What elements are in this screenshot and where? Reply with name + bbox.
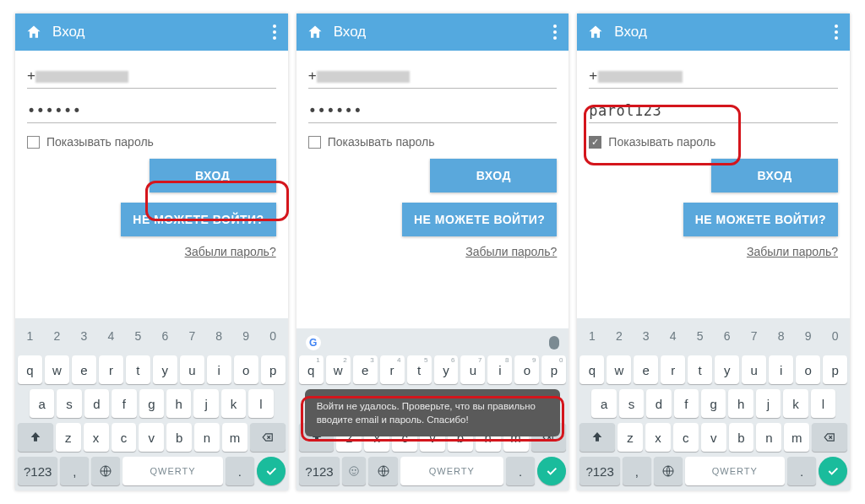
key-QWERTY[interactable]: QWERTY	[122, 457, 223, 485]
login-button[interactable]: ВХОД	[150, 159, 276, 192]
key-4[interactable]: 4	[99, 322, 123, 350]
password-field[interactable]: ••••••	[27, 97, 276, 123]
key-2[interactable]: 2	[607, 322, 631, 350]
key-b[interactable]: b	[729, 423, 754, 452]
key-n[interactable]: n	[194, 423, 220, 452]
key-shift[interactable]	[18, 423, 53, 452]
phone-field[interactable]: +xxxxxxxxxx	[308, 62, 558, 89]
key-p[interactable]: p	[261, 355, 286, 384]
key-0[interactable]: 0	[261, 322, 286, 350]
key-3[interactable]: 3	[72, 322, 96, 350]
key-m[interactable]: m	[222, 423, 248, 452]
key-l[interactable]: l	[811, 389, 835, 418]
cant-login-button[interactable]: НЕ МОЖЕТЕ ВОЙТИ?	[683, 203, 838, 236]
key-enter[interactable]	[257, 457, 286, 485]
key-r[interactable]: r	[380, 355, 405, 384]
key-i[interactable]: i	[769, 355, 793, 384]
key-globe[interactable]	[91, 457, 120, 485]
key-o[interactable]: o	[234, 355, 258, 384]
key-l[interactable]: l	[248, 389, 273, 418]
key-emoji[interactable]	[342, 457, 366, 485]
key-w[interactable]: w	[607, 355, 631, 384]
key-a[interactable]: a	[591, 389, 616, 418]
key-o[interactable]: o	[796, 355, 820, 384]
key-QWERTY[interactable]: QWERTY	[400, 457, 503, 485]
key-0[interactable]: 0	[823, 322, 847, 350]
key-1[interactable]: 1	[18, 322, 42, 350]
key-s[interactable]: s	[619, 389, 644, 418]
key-w[interactable]: w	[326, 355, 351, 384]
show-password-checkbox[interactable]: Показывать пароль	[27, 135, 276, 149]
key-y[interactable]: y	[153, 355, 177, 384]
key-x[interactable]: x	[84, 423, 109, 452]
key-enter[interactable]	[537, 457, 566, 485]
overflow-menu-icon[interactable]	[271, 19, 278, 45]
overflow-menu-icon[interactable]	[552, 19, 558, 45]
key-y[interactable]: y	[434, 355, 459, 384]
key-9[interactable]: 9	[796, 322, 820, 350]
key-u[interactable]: u	[742, 355, 766, 384]
key-.[interactable]: .	[506, 457, 536, 485]
key-x[interactable]: x	[645, 423, 671, 452]
key-v[interactable]: v	[139, 423, 164, 452]
key-b[interactable]: b	[166, 423, 192, 452]
key-a[interactable]: a	[30, 389, 54, 418]
key-v[interactable]: v	[701, 423, 726, 452]
key-i[interactable]: i	[487, 355, 512, 384]
key-1[interactable]: 1	[579, 322, 604, 350]
key-e[interactable]: e	[634, 355, 658, 384]
key-k[interactable]: k	[221, 389, 246, 418]
login-button[interactable]: ВХОД	[711, 159, 838, 192]
cant-login-button[interactable]: НЕ МОЖЕТЕ ВОЙТИ?	[402, 203, 557, 236]
key-s[interactable]: s	[57, 389, 81, 418]
key-j[interactable]: j	[756, 389, 781, 418]
key-g[interactable]: g	[139, 389, 164, 418]
key-.[interactable]: .	[226, 457, 254, 485]
key-enter[interactable]	[819, 457, 847, 485]
key-5[interactable]: 5	[688, 322, 712, 350]
key-h[interactable]: h	[728, 389, 753, 418]
key-p[interactable]: p	[541, 355, 566, 384]
key-shift[interactable]	[579, 423, 615, 452]
key-c[interactable]: c	[673, 423, 699, 452]
key-6[interactable]: 6	[153, 322, 177, 350]
key-6[interactable]: 6	[715, 322, 739, 350]
key-7[interactable]: 7	[742, 322, 766, 350]
key-9[interactable]: 9	[234, 322, 258, 350]
phone-field[interactable]: +xxxxxxxxxx	[589, 62, 838, 89]
overflow-menu-icon[interactable]	[833, 19, 840, 45]
key-,[interactable]: ,	[623, 457, 651, 485]
key-d[interactable]: d	[84, 389, 109, 418]
key-h[interactable]: h	[166, 389, 191, 418]
key-8[interactable]: 8	[769, 322, 793, 350]
key-2[interactable]: 2	[45, 322, 69, 350]
key-r[interactable]: r	[99, 355, 123, 384]
key-?123[interactable]: ?123	[579, 457, 619, 485]
key-z[interactable]: z	[56, 423, 81, 452]
home-icon[interactable]	[587, 24, 604, 41]
key-u[interactable]: u	[180, 355, 204, 384]
key-backspace[interactable]	[250, 423, 286, 452]
key-,[interactable]: ,	[60, 457, 89, 485]
key-w[interactable]: w	[45, 355, 69, 384]
key-c[interactable]: c	[112, 423, 137, 452]
key-?123[interactable]: ?123	[18, 457, 57, 485]
key-o[interactable]: o	[514, 355, 539, 384]
password-field[interactable]: ••••••	[308, 97, 558, 123]
key-t[interactable]: t	[126, 355, 150, 384]
home-icon[interactable]	[307, 24, 324, 41]
forgot-password-link[interactable]: Забыли пароль?	[308, 245, 558, 258]
key-.[interactable]: .	[787, 457, 816, 485]
key-backspace[interactable]	[812, 423, 847, 452]
forgot-password-link[interactable]: Забыли пароль?	[589, 245, 838, 258]
key-q[interactable]: q	[299, 355, 324, 384]
key-?123[interactable]: ?123	[299, 457, 340, 485]
key-e[interactable]: e	[353, 355, 378, 384]
key-e[interactable]: e	[72, 355, 96, 384]
key-4[interactable]: 4	[661, 322, 685, 350]
key-f[interactable]: f	[674, 389, 699, 418]
key-n[interactable]: n	[756, 423, 781, 452]
key-j[interactable]: j	[193, 389, 218, 418]
key-QWERTY[interactable]: QWERTY	[685, 457, 786, 485]
key-g[interactable]: g	[701, 389, 726, 418]
